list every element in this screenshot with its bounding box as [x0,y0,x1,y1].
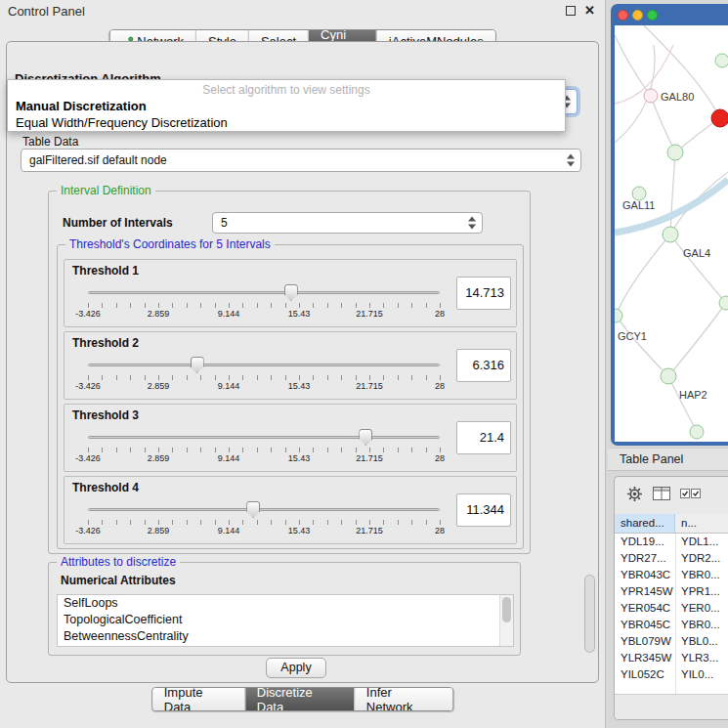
threshold-slider[interactable] [88,356,440,373]
slider-tick [158,520,159,525]
table-row[interactable]: YIL052CYIL0... [615,666,728,683]
table-rows: YDL19...YDL1...YDR27...YDR2...YBR043CYBR… [615,534,728,696]
slider-tick [383,303,384,308]
threshold-block: Threshold 2-3.4262.8599.14415.4321.71528… [64,331,517,400]
column-header-shared-name[interactable]: shared... [615,514,675,533]
list-scrollbar-thumb[interactable] [502,597,511,622]
slider-track [88,508,440,511]
node-label: GAL4 [683,247,710,259]
table-row[interactable]: YBR043CYBR0... [615,567,728,583]
popup-option-manual-discretization[interactable]: Manual Discretization [8,98,565,114]
network-node-green[interactable] [667,145,683,160]
slider-tick [327,448,328,452]
slider-tick [242,448,243,452]
close-traffic-icon[interactable] [618,10,628,21]
cell-shared-name: YIL052C [621,666,675,683]
numerical-attributes-list[interactable]: SelfLoopsTopologicalCoefficientBetweenne… [57,594,514,647]
network-node-green[interactable] [663,227,678,242]
table-row[interactable]: YER054CYER0... [615,600,728,617]
network-node-pink[interactable] [644,89,658,103]
table-row[interactable]: YLR345WYLR3... [615,650,728,666]
apply-button[interactable]: Apply [266,658,326,678]
slider-tick [369,520,370,525]
table-data-select[interactable]: galFiltered.sif default node [21,149,581,172]
slider-scale-label: -3.426 [75,526,101,535]
network-node-green[interactable] [715,54,728,67]
column-header-name[interactable]: n... [675,514,728,533]
slider-scale: -3.4262.8599.14415.4321.71528 [88,453,440,464]
threshold-label: Threshold 4 [72,481,139,494]
slider-thumb[interactable] [246,501,260,518]
table-row[interactable]: YDR27...YDR2... [615,550,728,567]
threshold-value-field[interactable]: 11.344 [456,493,511,527]
slider-tick [116,375,117,380]
show-columns-icon[interactable] [653,487,670,500]
attribute-item[interactable]: TopologicalCoefficient [58,612,513,628]
network-canvas[interactable]: GAL80GAL11GAL4GCY1HAP2 [615,25,728,442]
slider-tick [229,375,230,380]
slider-tick [398,520,399,525]
interval-definition-title: Interval Definition [57,184,155,197]
slider-tick [130,303,131,308]
slider-tick [327,375,328,380]
number-of-intervals-select[interactable]: 5 [212,212,483,234]
slider-tick [383,375,384,380]
slider-tick [356,448,357,452]
threshold-slider[interactable] [88,500,440,518]
table-row[interactable]: YBL079WYBL0... [615,633,728,650]
slider-tick [187,375,188,380]
slider-track [88,291,440,294]
gear-icon[interactable] [626,486,643,502]
attribute-item[interactable]: SelfLoops [58,595,513,612]
slider-scale-label: 15.43 [288,526,311,535]
slider-tick [116,303,117,308]
table-row[interactable]: YDL19...YDL1... [615,534,728,550]
network-node-green[interactable] [690,425,704,439]
slider-tick [172,520,173,525]
threshold-value-field[interactable]: 14.713 [456,277,511,310]
threshold-slider[interactable] [88,428,440,446]
tab-impute-data[interactable]: Impute Data [152,688,244,710]
slider-scale-label: 15.43 [288,381,311,391]
slider-scale: -3.4262.8599.14415.4321.71528 [88,309,440,320]
slider-tick [88,448,89,452]
cell-shared-name: YDL19... [621,534,675,550]
list-scrollbar[interactable] [499,595,513,646]
float-window-icon[interactable] [566,6,576,16]
slider-tick [242,303,243,308]
slider-tick [313,448,314,452]
tab-discretize-data[interactable]: Discretize Data [244,688,354,710]
tab-infer-network[interactable]: Infer Network [354,688,452,710]
slider-tick [102,448,103,452]
attribute-item[interactable]: BetweennessCentrality [58,628,513,645]
minimize-traffic-icon[interactable] [632,10,643,21]
slider-thumb[interactable] [359,429,372,446]
slider-tick [285,448,286,452]
network-node-green[interactable] [719,296,728,310]
network-view-window: GAL80GAL11GAL4GCY1HAP2 [611,4,728,446]
slider-thumb[interactable] [284,284,298,301]
slider-scale-label: 9.144 [218,309,240,319]
network-node-green[interactable] [615,309,622,322]
network-node-green[interactable] [661,368,676,384]
threshold-slider[interactable] [88,283,440,301]
cell-shared-name: YBL079W [621,633,675,650]
table-row[interactable]: YPR145WYPR1... [615,583,728,600]
popup-option-equal-width-frequency[interactable]: Equal Width/Frequency Discretization [8,114,565,131]
table-row[interactable]: YBR045CYBR0... [615,617,728,633]
zoom-traffic-icon[interactable] [647,10,658,21]
slider-tick [299,375,300,380]
combo-stepper-icon [567,154,576,167]
cell-name: YIL0... [681,666,728,683]
slider-tick [369,448,370,452]
slider-tick [299,303,300,308]
threshold-value-field[interactable]: 6.316 [456,349,511,382]
slider-tick [299,520,300,525]
network-node-green[interactable] [632,187,646,200]
close-icon[interactable]: ✕ [584,5,595,17]
network-node-red[interactable] [711,109,728,127]
threshold-value-field[interactable]: 21.4 [456,421,511,454]
panel-scrollbar-thumb[interactable] [584,575,595,653]
select-all-checkboxes-icon[interactable] [680,488,702,499]
slider-thumb[interactable] [191,357,204,373]
